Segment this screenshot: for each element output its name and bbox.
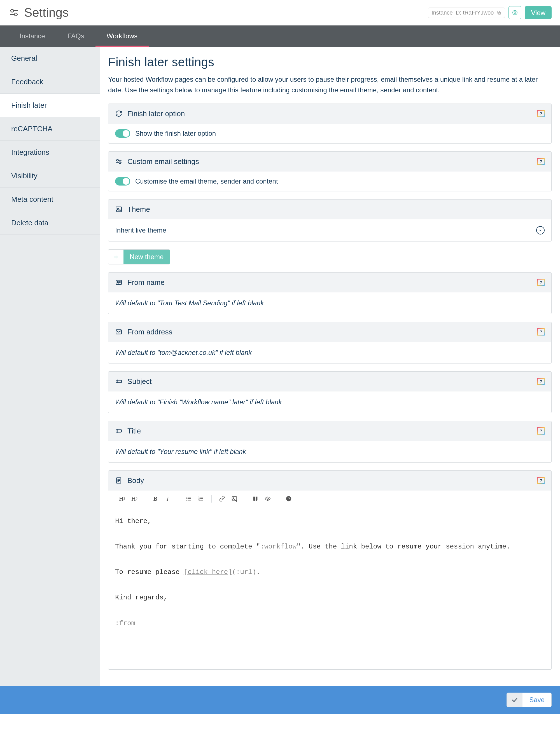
copy-icon[interactable] [496,10,501,15]
theme-select[interactable]: Inherit live theme [108,219,551,241]
svg-rect-32 [188,497,191,497]
header-left: Settings [8,6,69,19]
svg-point-8 [513,10,517,15]
svg-rect-23 [116,380,122,383]
page-description: Your hosted Workflow pages can be config… [108,74,552,96]
heading2-button[interactable]: H2 [117,494,127,503]
toggle-label: Show the finish later option [135,130,216,137]
book-button[interactable] [251,494,260,503]
panel-from-address: From address ? Will default to "tom@ackn… [108,322,552,363]
bullet-list-button[interactable] [184,494,193,503]
body-editor[interactable]: Hi there, Thank you for starting to comp… [108,507,551,669]
sidebar-item-general[interactable]: General [0,47,100,70]
image-icon [115,206,122,213]
sidebar-item-integrations[interactable]: Integrations [0,141,100,164]
svg-point-33 [186,498,188,499]
new-theme-label: New theme [123,250,170,264]
footer: Save [0,686,560,714]
panel-title: From name [127,278,165,287]
sidebar-item-visibility[interactable]: Visibility [0,164,100,188]
panel-header: Body ? [108,471,551,490]
panel-title: Theme [127,205,150,214]
help-icon[interactable]: ? [537,427,545,434]
link-button[interactable] [217,494,227,503]
main-tabs: Instance FAQs Workflows [0,25,560,47]
svg-rect-38 [200,497,203,497]
svg-rect-16 [116,207,122,212]
panel-header: Subject ? [108,372,551,392]
tab-faqs[interactable]: FAQs [56,25,96,47]
document-icon [115,477,122,484]
content: Finish later settings Your hosted Workfl… [100,47,560,686]
panel-body: Show the finish later option [108,124,551,143]
panel-header: Finish later option ? [108,104,551,124]
svg-point-19 [117,281,118,283]
theme-selected-value: Inherit live theme [115,226,166,234]
tab-workflows[interactable]: Workflows [96,25,149,47]
subject-input[interactable]: Will default to "Finish "Workflow name" … [108,392,551,413]
preview-button[interactable] [508,6,521,19]
panel-title-field: Title ? Will default to "Your resume lin… [108,421,552,463]
svg-rect-42 [200,500,203,500]
tab-instance[interactable]: Instance [8,25,56,47]
svg-rect-40 [200,498,203,499]
mail-icon [115,328,122,336]
main-area: General Feedback Finish later reCAPTCHA … [0,47,560,686]
panel-title: From address [127,328,172,336]
from-name-input[interactable]: Will default to "Tom Test Mail Sending" … [108,292,551,314]
from-address-input[interactable]: Will default to "tom@acknet.co.uk" if le… [108,342,551,363]
panel-title: Custom email settings [127,157,199,166]
help-icon[interactable]: ? [537,477,545,484]
help-icon[interactable]: ? [537,279,545,286]
help-button[interactable]: ? [284,494,294,503]
sidebar-item-delete-data[interactable]: Delete data [0,211,100,235]
svg-text:3: 3 [198,499,200,501]
view-button[interactable]: View [525,6,552,19]
panel-header: Title ? [108,421,551,441]
panel-finish-later-option: Finish later option ? Show the finish la… [108,104,552,144]
help-icon[interactable]: ? [537,158,545,165]
save-button[interactable]: Save [506,692,552,707]
help-icon[interactable]: ? [537,110,545,117]
sidebar-item-finish-later[interactable]: Finish later [0,94,100,117]
body-link: [click here] [184,568,232,576]
body-line: Kind regards, [115,594,168,601]
italic-button[interactable]: I [163,494,173,503]
new-theme-row: ＋ New theme [108,249,552,264]
ordered-list-button[interactable]: 123 [196,494,206,503]
title-input[interactable]: Will default to "Your resume link" if le… [108,441,551,462]
custom-email-toggle[interactable] [115,177,130,186]
bold-button[interactable]: B [150,494,160,503]
finish-later-toggle[interactable] [115,129,130,138]
panel-title: Body [127,476,144,485]
body-line: ". Use the link below to resume your ses… [297,543,510,550]
sidebar-item-recaptcha[interactable]: reCAPTCHA [0,117,100,141]
text-field-icon [115,427,122,434]
panel-header: Custom email settings ? [108,152,551,172]
panel-title: Subject [127,377,152,386]
placeholder-text: Will default to "Tom Test Mail Sending" … [115,299,264,307]
help-icon[interactable]: ? [537,378,545,385]
refresh-icon [115,110,122,117]
sidebar: General Feedback Finish later reCAPTCHA … [0,47,100,686]
sidebar-item-feedback[interactable]: Feedback [0,70,100,94]
new-theme-button[interactable]: ＋ New theme [108,249,170,264]
panel-subject: Subject ? Will default to "Finish "Workf… [108,372,552,413]
sidebar-item-meta-content[interactable]: Meta content [0,188,100,211]
heading3-button[interactable]: H3 [130,494,139,503]
svg-point-0 [11,9,13,12]
help-icon[interactable]: ? [537,328,545,336]
text-field-icon [115,378,122,385]
eye-button[interactable] [263,494,272,503]
svg-point-10 [117,159,118,161]
image-button[interactable] [230,494,239,503]
chevron-down-icon [536,226,545,234]
check-icon [507,693,522,707]
svg-point-45 [267,498,268,499]
placeholder-text: Will default to "tom@acknet.co.uk" if le… [115,349,252,356]
page-title: Finish later settings [108,55,552,69]
header-right: Instance ID: tRaFrYJwoo View [428,6,552,19]
instance-id-pill[interactable]: Instance ID: tRaFrYJwoo [428,8,505,18]
page-header-title: Settings [24,6,69,19]
panel-header: Theme [108,200,551,219]
